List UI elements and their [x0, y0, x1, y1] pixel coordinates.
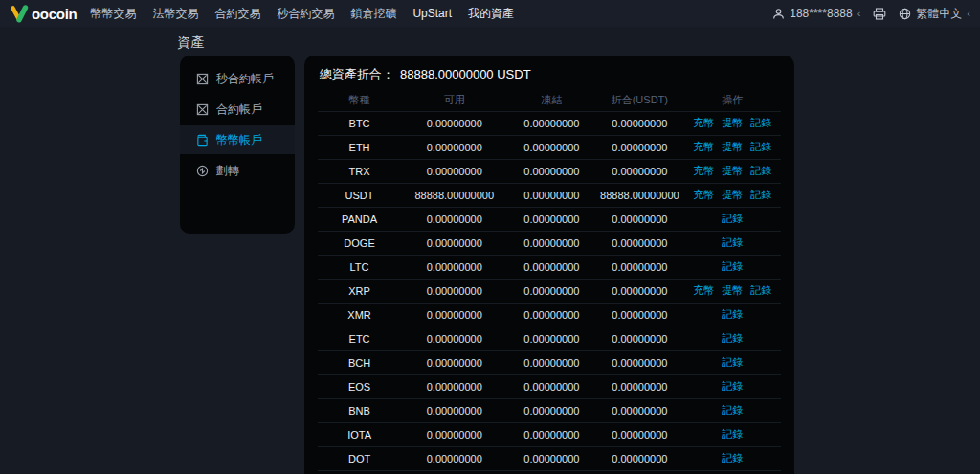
symbol-cell: DASH [318, 470, 401, 474]
frozen-cell: 0.00000000 [507, 422, 595, 446]
frozen-cell: 0.00000000 [507, 327, 595, 350]
table-body: BTC0.000000000.000000000.00000000充幣提幣記錄E… [318, 111, 781, 474]
record-link[interactable]: 記錄 [750, 117, 771, 128]
deposit-link[interactable]: 充幣 [693, 284, 714, 296]
record-link[interactable]: 記錄 [722, 213, 743, 224]
transfer-icon [196, 165, 209, 177]
deposit-link[interactable]: 充幣 [693, 117, 714, 128]
brand-logo[interactable]: oocoin [10, 5, 77, 23]
coin-account-wallet-icon [196, 134, 209, 147]
table-row: TRX0.000000000.000000000.00000000充幣提幣記錄 [318, 159, 781, 183]
actions-cell: 記錄 [683, 327, 781, 350]
print-button[interactable] [873, 8, 886, 20]
actions-cell: 記錄 [683, 398, 781, 422]
language-dropdown[interactable]: 繁體中文 ‹ [899, 6, 970, 22]
total-assets-value: 88888.00000000 USDT [400, 67, 531, 81]
sidebar-item-label: 合約帳戶 [216, 102, 262, 118]
record-link[interactable]: 記錄 [750, 284, 771, 296]
actions-cell: 充幣提幣記錄 [683, 111, 781, 135]
sidebar-item[interactable]: 幣幣帳戶 [180, 125, 295, 154]
globe-icon [899, 8, 911, 20]
record-link[interactable]: 記錄 [722, 237, 743, 248]
sidebar-item[interactable]: 秒合約帳戶 [180, 64, 295, 93]
converted-cell: 0.00000000 [595, 279, 683, 303]
nav-item[interactable]: 幣幣交易 [90, 6, 136, 22]
available-cell: 0.00000000 [401, 279, 507, 303]
chevron-icon: ‹ [967, 9, 970, 19]
table-row: XRP0.000000000.000000000.00000000充幣提幣記錄 [318, 279, 781, 303]
actions-cell: 充幣提幣記錄 [683, 279, 781, 303]
withdraw-link[interactable]: 提幣 [722, 117, 743, 128]
available-cell: 0.00000000 [401, 446, 507, 470]
converted-cell: 0.00000000 [595, 422, 683, 446]
frozen-cell: 0.00000000 [507, 231, 595, 255]
actions-cell: 充幣提幣記錄 [683, 159, 781, 183]
sidebar-item[interactable]: 合約帳戶 [180, 95, 295, 124]
record-link[interactable]: 記錄 [722, 260, 743, 272]
sidebar-item[interactable]: 劃轉 [180, 156, 295, 185]
record-link[interactable]: 記錄 [750, 141, 771, 152]
symbol-cell: EOS [318, 374, 401, 398]
nav-item[interactable]: 合約交易 [214, 6, 260, 22]
converted-cell: 0.00000000 [595, 111, 683, 135]
converted-cell: 0.00000000 [595, 327, 683, 350]
actions-cell: 記錄 [683, 207, 781, 231]
account-sidebar: 秒合約帳戶合約帳戶幣幣帳戶劃轉 [180, 56, 295, 234]
frozen-cell: 0.00000000 [507, 350, 595, 374]
record-link[interactable]: 記錄 [750, 165, 771, 176]
record-link[interactable]: 記錄 [722, 428, 743, 440]
frozen-cell: 0.00000000 [507, 255, 595, 279]
converted-cell: 0.00000000 [595, 374, 683, 398]
withdraw-link[interactable]: 提幣 [722, 189, 743, 200]
record-link[interactable]: 記錄 [722, 380, 743, 392]
nav-item[interactable]: 法幣交易 [152, 6, 198, 22]
converted-cell: 88888.00000000 [595, 183, 683, 207]
available-cell: 88888.00000000 [401, 183, 507, 207]
language-label: 繁體中文 [916, 6, 962, 22]
frozen-cell: 0.00000000 [507, 111, 595, 135]
symbol-cell: ETC [318, 327, 401, 350]
deposit-link[interactable]: 充幣 [693, 141, 714, 152]
seconds-contract-account-icon [196, 73, 209, 85]
record-link[interactable]: 記錄 [722, 332, 743, 344]
assets-table: 幣種可用凍結折合(USDT)操作 BTC0.000000000.00000000… [318, 90, 781, 474]
record-link[interactable]: 記錄 [722, 356, 743, 368]
record-link[interactable]: 記錄 [750, 189, 771, 200]
actions-cell: 記錄 [683, 255, 781, 279]
table-row: USDT88888.000000000.0000000088888.000000… [318, 183, 781, 207]
frozen-cell: 0.00000000 [507, 279, 595, 303]
converted-cell: 0.00000000 [595, 350, 683, 374]
nav-item[interactable]: 鎖倉挖礦 [350, 6, 396, 22]
nav-item[interactable]: 秒合約交易 [277, 6, 334, 22]
sidebar-item-label: 秒合約帳戶 [216, 71, 274, 87]
frozen-cell: 0.00000000 [507, 470, 595, 474]
account-dropdown[interactable]: 188****8888 ‹ [772, 7, 860, 20]
withdraw-link[interactable]: 提幣 [722, 165, 743, 176]
table-row: DASH0.000000000.000000000.00000000記錄 [318, 470, 781, 474]
converted-cell: 0.00000000 [595, 398, 683, 422]
actions-cell: 記錄 [683, 422, 781, 446]
table-row: BNB0.000000000.000000000.00000000記錄 [318, 398, 781, 422]
available-cell: 0.00000000 [401, 470, 507, 474]
record-link[interactable]: 記錄 [722, 452, 743, 463]
withdraw-link[interactable]: 提幣 [722, 284, 743, 296]
user-phone: 188****8888 [790, 7, 852, 20]
table-row: IOTA0.000000000.000000000.00000000記錄 [318, 422, 781, 446]
nav-menu: 幣幣交易法幣交易合約交易秒合約交易鎖倉挖礦UpStart我的資產 [90, 6, 514, 22]
logo-v-icon [10, 5, 29, 23]
withdraw-link[interactable]: 提幣 [722, 141, 743, 152]
converted-cell: 0.00000000 [595, 159, 683, 183]
sidebar-item-label: 劃轉 [216, 163, 239, 179]
symbol-cell: TRX [318, 159, 401, 183]
frozen-cell: 0.00000000 [507, 446, 595, 470]
deposit-link[interactable]: 充幣 [693, 165, 714, 176]
deposit-link[interactable]: 充幣 [693, 189, 714, 200]
printer-icon [873, 8, 886, 20]
nav-item[interactable]: UpStart [412, 7, 452, 20]
chevron-icon: ‹ [858, 9, 861, 19]
table-row: ETH0.000000000.000000000.00000000充幣提幣記錄 [318, 135, 781, 159]
table-row: ETC0.000000000.000000000.00000000記錄 [318, 327, 781, 350]
record-link[interactable]: 記錄 [722, 404, 743, 416]
record-link[interactable]: 記錄 [722, 308, 743, 320]
nav-item[interactable]: 我的資產 [468, 6, 514, 22]
